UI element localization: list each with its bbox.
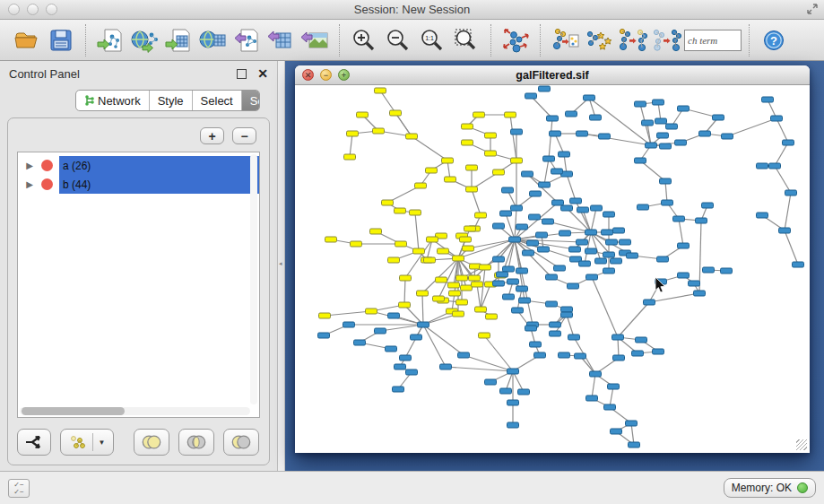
- vertical-scrollbar[interactable]: [250, 154, 257, 404]
- graph-node[interactable]: [657, 256, 669, 262]
- graph-node[interactable]: [370, 229, 382, 234]
- resize-grip[interactable]: [796, 439, 807, 450]
- graph-node[interactable]: [577, 207, 589, 213]
- graph-node[interactable]: [762, 97, 774, 102]
- zoom-actual-button[interactable]: 1:1: [415, 23, 449, 57]
- graph-node[interactable]: [448, 282, 460, 288]
- scrollbar-thumb[interactable]: [22, 407, 125, 415]
- graph-node[interactable]: [603, 252, 615, 257]
- graph-node[interactable]: [657, 133, 669, 138]
- graph-node[interactable]: [561, 312, 573, 317]
- graph-node[interactable]: [475, 213, 487, 218]
- memory-status-button[interactable]: Memory: OK: [724, 478, 816, 498]
- graph-node[interactable]: [757, 213, 768, 218]
- tab-select[interactable]: Select: [193, 91, 242, 110]
- fullscreen-icon[interactable]: [806, 3, 819, 15]
- graph-node[interactable]: [629, 442, 640, 448]
- graph-node[interactable]: [523, 250, 534, 256]
- graph-node[interactable]: [673, 216, 685, 222]
- import-network-file-button[interactable]: [93, 23, 127, 57]
- graph-node[interactable]: [543, 156, 555, 161]
- graph-node[interactable]: [388, 257, 400, 263]
- graph-node[interactable]: [502, 187, 514, 193]
- graph-node[interactable]: [503, 266, 515, 272]
- difference-button[interactable]: [223, 429, 259, 456]
- graph-node[interactable]: [500, 211, 512, 216]
- graph-node[interactable]: [779, 228, 791, 233]
- graph-node[interactable]: [785, 190, 797, 196]
- graph-node[interactable]: [436, 277, 447, 282]
- export-network-button[interactable]: [230, 23, 264, 57]
- graph-node[interactable]: [559, 230, 571, 236]
- graph-node[interactable]: [493, 281, 505, 286]
- expand-triangle-icon[interactable]: ▶: [18, 179, 41, 189]
- graph-node[interactable]: [653, 100, 664, 105]
- graph-node[interactable]: [585, 230, 597, 235]
- graph-node[interactable]: [561, 205, 573, 211]
- split-set-button[interactable]: [17, 429, 51, 456]
- graph-node[interactable]: [503, 294, 515, 300]
- graph-node[interactable]: [519, 298, 531, 303]
- graph-node[interactable]: [440, 364, 452, 369]
- graph-node[interactable]: [469, 275, 481, 281]
- import-table-url-button[interactable]: [195, 23, 230, 57]
- graph-node[interactable]: [590, 115, 602, 120]
- export-table-button[interactable]: [264, 23, 298, 57]
- graph-node[interactable]: [530, 191, 542, 196]
- search-input[interactable]: [684, 30, 742, 51]
- graph-node[interactable]: [586, 274, 598, 280]
- graph-node[interactable]: [636, 337, 647, 343]
- graph-node[interactable]: [390, 110, 402, 116]
- graph-node[interactable]: [702, 203, 714, 208]
- graph-node[interactable]: [375, 328, 386, 334]
- union-button[interactable]: [134, 429, 169, 456]
- graph-node[interactable]: [461, 285, 473, 291]
- graph-node[interactable]: [542, 219, 554, 224]
- panel-splitter[interactable]: ◂: [278, 61, 285, 471]
- graph-node[interactable]: [522, 171, 533, 177]
- graph-node[interactable]: [351, 241, 362, 247]
- app-titlebar[interactable]: Session: New Session: [0, 0, 824, 20]
- graph-node[interactable]: [462, 140, 473, 145]
- graph-node[interactable]: [456, 275, 468, 281]
- graph-node[interactable]: [611, 258, 622, 264]
- collapse-panel-icon[interactable]: ◂: [279, 260, 282, 267]
- graph-node[interactable]: [575, 353, 586, 359]
- close-panel-icon[interactable]: ✕: [257, 69, 268, 79]
- graph-node[interactable]: [534, 352, 546, 358]
- graph-node[interactable]: [595, 258, 607, 264]
- graph-node[interactable]: [655, 118, 667, 124]
- graph-node[interactable]: [366, 308, 377, 314]
- graph-node[interactable]: [546, 301, 558, 307]
- import-table-file-button[interactable]: [161, 23, 195, 57]
- graph-node[interactable]: [703, 267, 715, 273]
- zoom-selected-button[interactable]: [449, 23, 483, 57]
- graph-node[interactable]: [393, 387, 404, 392]
- list-item[interactable]: ▶ a (26): [18, 156, 259, 175]
- graph-node[interactable]: [509, 237, 521, 242]
- graph-node[interactable]: [590, 371, 602, 377]
- graph-node[interactable]: [536, 232, 548, 238]
- graph-node[interactable]: [638, 204, 649, 210]
- graph-node[interactable]: [550, 131, 561, 136]
- graph-node[interactable]: [319, 313, 331, 318]
- graph-node[interactable]: [410, 210, 421, 215]
- graph-node[interactable]: [343, 322, 355, 327]
- graph-node[interactable]: [418, 322, 429, 327]
- graph-node[interactable]: [417, 291, 429, 296]
- graph-node[interactable]: [400, 355, 412, 361]
- graph-node[interactable]: [577, 239, 588, 245]
- graph-node[interactable]: [626, 421, 638, 426]
- graph-node[interactable]: [529, 214, 541, 220]
- graph-node[interactable]: [472, 282, 483, 287]
- graph-node[interactable]: [604, 404, 616, 410]
- graph-node[interactable]: [475, 307, 487, 312]
- graph-node[interactable]: [722, 134, 733, 139]
- graph-node[interactable]: [518, 389, 530, 395]
- zoom-in-button[interactable]: [347, 23, 381, 57]
- graph-node[interactable]: [769, 163, 781, 169]
- graph-node[interactable]: [395, 208, 406, 213]
- graph-node[interactable]: [591, 205, 603, 211]
- graph-node[interactable]: [516, 268, 528, 274]
- graph-node[interactable]: [493, 223, 505, 229]
